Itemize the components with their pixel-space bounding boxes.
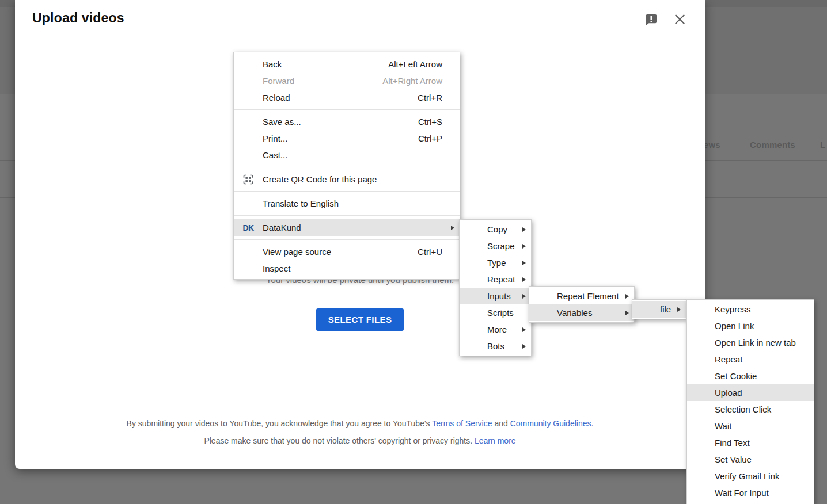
submenu-arrow-icon (522, 277, 526, 282)
menu-item-label: Copy (487, 224, 516, 234)
menu-item-label: Upload (715, 388, 799, 398)
menu-item-label: Variables (557, 308, 619, 318)
menu-item-shortcut: Alt+Right Arrow (382, 76, 442, 86)
menu-item-shortcut: Ctrl+R (418, 93, 442, 102)
community-guidelines-link[interactable]: Community Guidelines. (510, 419, 594, 428)
submenu-arrow-icon (522, 327, 526, 332)
menu-item-shortcut: Ctrl+S (418, 117, 442, 127)
header-divider (15, 41, 705, 41)
menu-item-datakund[interactable]: DK DataKund (234, 219, 460, 236)
menu-item-label: Cast... (263, 150, 442, 160)
menu-item-save-as[interactable]: Save as... Ctrl+S (234, 113, 460, 130)
menu-item-label: DataKund (263, 223, 442, 232)
menu-item-label: Selection Click (715, 404, 799, 414)
inputs-submenu: Repeat Element Variables (529, 286, 635, 323)
menu-item-label: file (660, 304, 671, 314)
submenu-item-repeat-action[interactable]: Repeat (687, 351, 814, 368)
menu-separator (234, 167, 460, 167)
menu-item-label: Open Link (715, 321, 799, 331)
menu-item-reload[interactable]: Reload Ctrl+R (234, 89, 460, 106)
menu-item-print[interactable]: Print... Ctrl+P (234, 130, 460, 147)
submenu-item-open-link[interactable]: Open Link (687, 318, 814, 334)
submenu-item-verify-gmail-link[interactable]: Verify Gmail Link (687, 468, 814, 484)
submenu-item-set-cookie[interactable]: Set Cookie (687, 368, 814, 384)
menu-item-label: Keypress (715, 304, 799, 314)
menu-item-label: Set Value (715, 455, 799, 464)
submenu-arrow-icon (625, 311, 629, 315)
submenu-arrow-icon (451, 226, 454, 230)
browser-context-menu: Back Alt+Left Arrow Forward Alt+Right Ar… (233, 52, 460, 280)
menu-item-label: Reload (263, 93, 401, 102)
menu-item-back[interactable]: Back Alt+Left Arrow (234, 56, 460, 72)
menu-item-label: Repeat Element (557, 291, 619, 301)
footer-text: Please make sure that you do not violate… (204, 436, 475, 445)
submenu-arrow-icon (522, 344, 526, 349)
learn-more-link[interactable]: Learn more (475, 436, 516, 445)
menu-item-label: More (487, 324, 516, 334)
submenu-item-repeat-element[interactable]: Repeat Element (529, 288, 634, 304)
menu-item-label: Wait (715, 421, 799, 431)
menu-item-create-qr-code[interactable]: Create QR Code for this page (234, 171, 460, 188)
dialog-title: Upload videos (32, 10, 124, 26)
menu-item-view-page-source[interactable]: View page source Ctrl+U (234, 243, 460, 260)
footer-text: By submitting your videos to YouTube, yo… (127, 419, 433, 428)
menu-item-shortcut: Ctrl+U (418, 247, 442, 257)
file-submenu: Keypress Open Link Open Link in new tab … (686, 299, 814, 504)
menu-item-label: Open Link in new tab (715, 338, 799, 348)
submenu-item-selection-click[interactable]: Selection Click (687, 401, 814, 418)
menu-item-label: Forward (263, 76, 366, 86)
menu-item-label: Print... (263, 133, 402, 143)
submenu-item-variables[interactable]: Variables (529, 304, 634, 321)
menu-item-label: Verify Gmail Link (715, 471, 799, 481)
menu-separator (234, 215, 460, 216)
terms-of-service-link[interactable]: Terms of Service (432, 419, 492, 428)
footer-copyright-line: Please make sure that you do not violate… (15, 436, 705, 445)
menu-item-label: Translate to English (263, 198, 442, 208)
submenu-item-copy[interactable]: Copy (460, 221, 531, 238)
close-icon (673, 13, 686, 28)
menu-separator (234, 109, 460, 110)
submenu-item-scrape[interactable]: Scrape (460, 238, 531, 254)
submenu-item-scripts[interactable]: Scripts (460, 304, 531, 321)
menu-item-cast[interactable]: Cast... (234, 147, 460, 163)
close-button[interactable] (672, 13, 687, 28)
submenu-item-wait[interactable]: Wait (687, 418, 814, 434)
menu-item-forward[interactable]: Forward Alt+Right Arrow (234, 72, 460, 89)
submenu-item-inputs[interactable]: Inputs (460, 288, 531, 304)
menu-item-label: Wait For Input (715, 488, 799, 498)
datakund-submenu: Copy Scrape Type Repeat Inputs Scripts M… (459, 219, 532, 356)
submenu-item-type[interactable]: Type (460, 254, 531, 271)
select-files-button[interactable]: SELECT FILES (316, 308, 404, 331)
menu-separator (234, 191, 460, 192)
menu-item-label: Inspect (263, 264, 442, 273)
menu-item-inspect[interactable]: Inspect (234, 260, 460, 277)
feedback-button[interactable] (643, 13, 658, 28)
datakund-icon: DK (241, 221, 255, 235)
background-column-views: ews (704, 140, 720, 150)
menu-item-label: Create QR Code for this page (263, 174, 442, 184)
menu-item-label: View page source (263, 247, 401, 257)
background-column-likes: L (820, 140, 825, 150)
submenu-item-keypress[interactable]: Keypress (687, 301, 814, 318)
submenu-item-upload[interactable]: Upload (687, 384, 814, 401)
menu-item-shortcut: Alt+Left Arrow (388, 59, 442, 69)
feedback-icon (644, 13, 657, 28)
submenu-item-file[interactable]: file (632, 301, 686, 318)
menu-item-label: Scripts (487, 308, 516, 318)
menu-item-label: Bots (487, 341, 516, 351)
submenu-item-set-value[interactable]: Set Value (687, 451, 814, 468)
menu-item-label: Inputs (487, 291, 516, 301)
submenu-item-open-link-in-new-tab[interactable]: Open Link in new tab (687, 334, 814, 351)
footer-terms-line: By submitting your videos to YouTube, yo… (15, 419, 705, 428)
submenu-item-more[interactable]: More (460, 321, 531, 338)
submenu-item-bots[interactable]: Bots (460, 338, 531, 354)
submenu-item-wait-for-input[interactable]: Wait For Input (687, 484, 814, 501)
submenu-arrow-icon (522, 227, 526, 232)
menu-item-label: Scrape (487, 241, 516, 251)
submenu-item-repeat[interactable]: Repeat (460, 271, 531, 288)
menu-item-translate[interactable]: Translate to English (234, 195, 460, 212)
submenu-arrow-icon (625, 294, 629, 299)
submenu-item-find-text[interactable]: Find Text (687, 434, 814, 451)
variables-submenu: file (632, 299, 686, 319)
submenu-arrow-icon (522, 294, 526, 299)
